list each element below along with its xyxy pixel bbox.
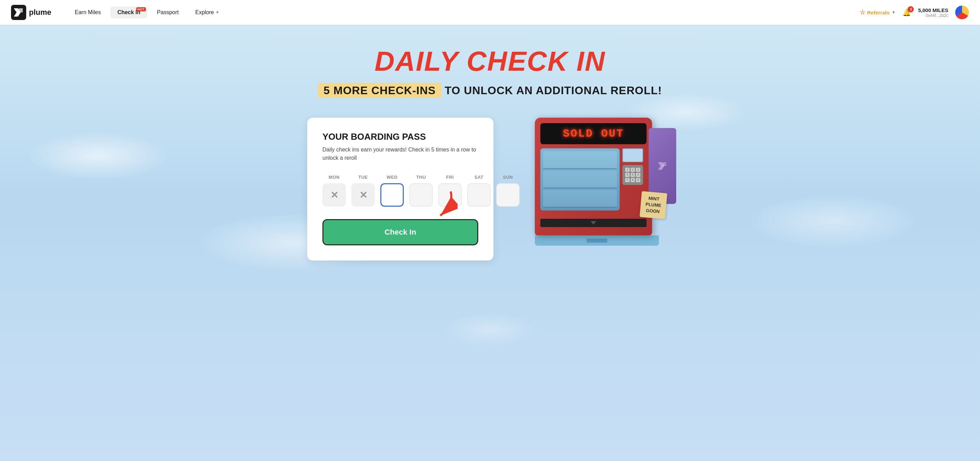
navbar: plume Earn Miles Check In HOT Passport E… — [0, 0, 980, 25]
machine-display-area: 1 2 3 4 5 6 7 8 9 — [540, 148, 647, 215]
hero-content: YOUR BOARDING PASS Daily check ins earn … — [28, 118, 952, 311]
boarding-pass-card: YOUR BOARDING PASS Daily check ins earn … — [307, 118, 493, 260]
machine-glass — [540, 148, 620, 211]
avatar-image — [955, 6, 969, 19]
machine-bottom — [535, 235, 659, 246]
boarding-pass-desc: Daily check ins earn your rewards! Check… — [322, 146, 478, 162]
hero-subtitle: 5 MORE CHECK-INS TO UNLOCK AN ADDITIONAL… — [28, 84, 952, 97]
day-sat-label: SAT — [474, 175, 484, 180]
day-fri-label: FRI — [446, 175, 454, 180]
display-panel — [622, 148, 643, 162]
referrals-button[interactable]: ☆ Referrals ▼ — [860, 9, 896, 16]
notification-button[interactable]: 🔔 3 — [902, 8, 911, 17]
star-icon: ☆ — [860, 9, 865, 16]
key-8[interactable]: 8 — [631, 178, 635, 182]
nav-earn-miles[interactable]: Earn Miles — [68, 6, 108, 18]
referrals-chevron-icon: ▼ — [892, 10, 896, 15]
hot-badge: HOT — [136, 7, 146, 11]
nav-explore[interactable]: Explore ▼ — [188, 6, 226, 18]
shelf-1 — [543, 151, 617, 169]
red-arrow-icon — [416, 190, 458, 221]
nav-passport[interactable]: Passport — [150, 6, 186, 18]
day-wed-label: WED — [387, 175, 398, 180]
day-tue: TUE ✕ — [352, 175, 375, 207]
key-2[interactable]: 2 — [631, 168, 635, 172]
day-mon-label: MON — [329, 175, 340, 180]
day-sun: SUN — [496, 175, 520, 207]
notification-badge: 3 — [908, 6, 914, 13]
day-thu-label: THU — [416, 175, 426, 180]
logo-text: plume — [29, 8, 51, 17]
logo[interactable]: plume — [11, 5, 51, 20]
key-6[interactable]: 6 — [636, 173, 640, 177]
vending-machine-container: SOLD OUT 1 — [521, 118, 673, 311]
machine-screen: SOLD OUT — [540, 123, 647, 144]
hero-section: DAILY CHECK IN 5 MORE CHECK-INS TO UNLOC… — [0, 25, 980, 461]
sticky-line-2: PLUME — [645, 202, 661, 208]
key-4[interactable]: 4 — [625, 173, 630, 177]
day-wed: WED — [380, 175, 404, 207]
side-plume-icon — [655, 159, 669, 173]
boarding-pass-title: YOUR BOARDING PASS — [322, 131, 478, 142]
navbar-right: ☆ Referrals ▼ 🔔 3 5,000 MILES 0x44f...2b… — [860, 6, 969, 19]
day-sun-box — [496, 183, 520, 207]
day-wed-box — [380, 183, 404, 207]
referrals-label: Referrals — [867, 10, 890, 16]
day-mon-box: ✕ — [322, 183, 346, 207]
explore-chevron-icon: ▼ — [215, 10, 219, 15]
day-mon: MON ✕ — [322, 175, 346, 207]
shelf-3 — [543, 190, 617, 208]
key-7[interactable]: 7 — [625, 178, 630, 182]
checkin-button[interactable]: Check In — [322, 219, 478, 245]
wallet-address: 0x44f...2b2c — [918, 13, 948, 18]
keypad: 1 2 3 4 5 6 7 8 9 — [622, 165, 643, 185]
avatar[interactable] — [955, 6, 969, 19]
shelf-2 — [543, 171, 617, 188]
day-sat-box — [467, 183, 491, 207]
miles-amount: 5,000 MILES — [918, 7, 948, 13]
vending-machine: SOLD OUT 1 — [535, 118, 659, 246]
sticky-note: MINT PLUME GOON — [639, 191, 667, 219]
key-3[interactable]: 3 — [636, 168, 640, 172]
key-5[interactable]: 5 — [631, 173, 635, 177]
sold-out-display: SOLD OUT — [546, 127, 641, 140]
machine-body: SOLD OUT 1 — [535, 118, 652, 235]
bottom-slot — [587, 238, 607, 242]
sticky-line-3: GOON — [646, 208, 660, 214]
keypad-grid: 1 2 3 4 5 6 7 8 9 — [625, 168, 640, 182]
nav-links: Earn Miles Check In HOT Passport Explore… — [68, 6, 860, 18]
nav-checkin[interactable]: Check In HOT — [110, 6, 147, 18]
machine-slot — [540, 219, 647, 227]
sticky-line-1: MINT — [648, 196, 659, 202]
day-sat: SAT — [467, 175, 491, 207]
key-1[interactable]: 1 — [625, 168, 630, 172]
hero-title: DAILY CHECK IN — [28, 46, 952, 77]
day-tue-box: ✕ — [352, 183, 375, 207]
day-sun-label: SUN — [503, 175, 513, 180]
subtitle-rest: TO UNLOCK AN ADDITIONAL REROLL! — [441, 84, 662, 97]
slot-triangle-icon — [591, 221, 596, 225]
plume-logo-icon — [11, 5, 26, 20]
miles-info: 5,000 MILES 0x44f...2b2c — [918, 7, 948, 18]
key-9[interactable]: 9 — [636, 178, 640, 182]
subtitle-highlight: 5 MORE CHECK-INS — [318, 83, 441, 98]
day-tue-label: TUE — [358, 175, 368, 180]
